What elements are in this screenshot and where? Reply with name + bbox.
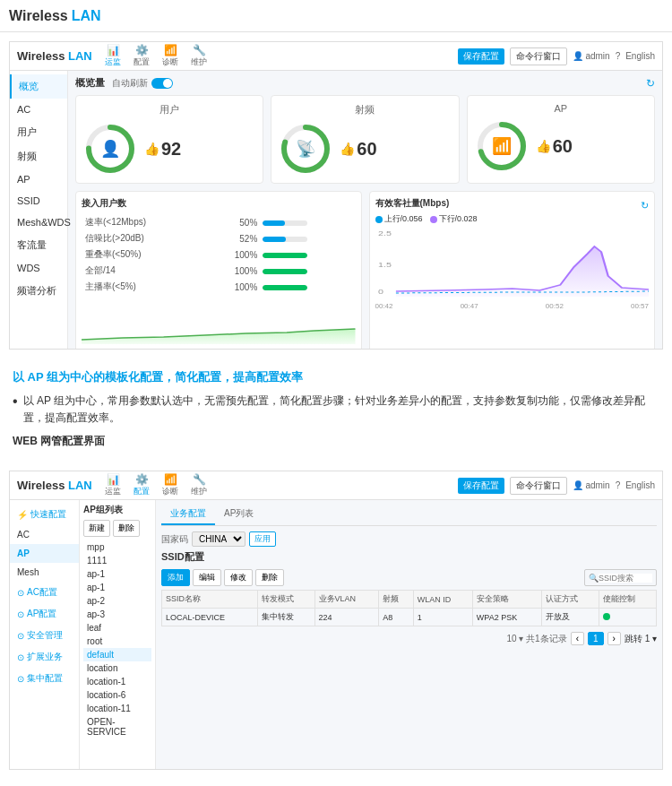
screenshot1-main: 概览 AC 用户 射频 AP SSID Mesh&WDS 客流量 WDS 频谱分… <box>10 71 662 349</box>
col-auth: 认证方式 <box>542 591 599 609</box>
pagination-total: 10 ▾ 共1条记录 <box>506 633 566 645</box>
ss2-sidebar-ap-config[interactable]: ⊙ AP配置 <box>10 603 79 625</box>
ap-item-ap2[interactable]: ap-2 <box>83 594 151 608</box>
auto-refresh-toggle[interactable] <box>151 78 173 89</box>
ap-item-open[interactable]: OPEN-SERVICE <box>83 715 151 738</box>
ss2-sidebar-security[interactable]: ⊙ 安全管理 <box>10 625 79 646</box>
ss2-cmd-btn[interactable]: 命令行窗口 <box>510 477 567 495</box>
ssid-delete-btn[interactable]: 删除 <box>255 569 284 586</box>
ap-item-location11[interactable]: location-11 <box>83 702 151 715</box>
tab-service-config[interactable]: 业务配置 <box>161 504 215 525</box>
ss2-nav-maint[interactable]: 🔧 维护 <box>191 473 207 497</box>
svg-text:1.5: 1.5 <box>378 262 392 269</box>
legend-up-label: 上行/0.056 <box>384 213 423 225</box>
ssid-modify-btn[interactable]: 修改 <box>224 569 253 586</box>
ap-item-root[interactable]: root <box>83 635 151 648</box>
ssid-row-1[interactable]: LOCAL-DEVICE 集中转发 224 A8 1 WPA2 PSK 开放及 <box>162 609 657 626</box>
col-enable: 使能控制 <box>599 591 656 609</box>
ap-item-1111[interactable]: 1111 <box>83 554 151 567</box>
bandwidth-chart: 2.5 1.5 0 <box>375 227 650 298</box>
ap-item-leaf[interactable]: leaf <box>83 621 151 635</box>
stat-radio-body: 📡 👍 60 <box>279 122 451 176</box>
stat-user-body: 👤 👍 92 <box>83 122 255 176</box>
screenshot1-right: 保存配置 命令行窗口 👤 admin ? English <box>458 48 655 65</box>
ssid-search-icon: 🔍 <box>589 574 599 583</box>
nav-item-monitor[interactable]: 📊 运监 <box>105 44 121 68</box>
sidebar-item-wds[interactable]: WDS <box>10 257 67 279</box>
ap-btn-row: 新建 删除 <box>83 520 151 537</box>
ss2-sidebar-ac[interactable]: AC <box>10 525 79 544</box>
col-wlan-id: WLAN ID <box>413 591 472 609</box>
sidebar-item-ap[interactable]: AP <box>10 168 67 190</box>
help-icon[interactable]: ? <box>616 51 621 61</box>
ss2-sidebar-central[interactable]: ⊙ 集中配置 <box>10 668 79 689</box>
screenshot-2: Wireless LAN 📊 运监 ⚙️ 配置 📶 诊断 🔧 维护 保存配置 命… <box>9 471 663 770</box>
screenshot2-nav: 📊 运监 ⚙️ 配置 📶 诊断 🔧 维护 <box>105 473 458 497</box>
page-1-btn[interactable]: 1 <box>588 632 604 645</box>
ap-thumb-icon: 👍 <box>536 139 551 153</box>
save-config-btn[interactable]: 保存配置 <box>458 48 504 65</box>
auto-refresh: 自动刷新 <box>112 77 173 90</box>
sidebar-item-spectrum[interactable]: 频谱分析 <box>10 279 67 303</box>
nav-item-diag[interactable]: 📶 诊断 <box>162 44 178 68</box>
refresh-icon[interactable]: ↻ <box>646 77 655 90</box>
sidebar-item-mesh[interactable]: Mesh&WDS <box>10 212 67 233</box>
ap-refresh-icon[interactable]: ↻ <box>641 200 649 212</box>
ssid-search-input[interactable] <box>599 574 652 583</box>
sidebar-item-ssid[interactable]: SSID <box>10 190 67 212</box>
col-radio: 射频 <box>379 591 413 609</box>
ss2-sidebar-ac-config[interactable]: ⊙ AC配置 <box>10 582 79 603</box>
ap-item-mpp[interactable]: mpp <box>83 540 151 554</box>
nav-item-maint[interactable]: 🔧 维护 <box>191 44 207 68</box>
screenshot1-sidebar: 概览 AC 用户 射频 AP SSID Mesh&WDS 客流量 WDS 频谱分… <box>10 71 68 349</box>
next-page-btn[interactable]: › <box>607 632 621 645</box>
ss2-sidebar-ap[interactable]: AP <box>10 544 79 563</box>
screenshot1-header: Wireless LAN 📊 运监 ⚙️ 配置 📶 诊断 🔧 维护 保存配置 命… <box>10 42 662 71</box>
radio-icon: 📡 <box>296 139 315 159</box>
progress-bar <box>263 253 307 258</box>
country-code-select[interactable]: CHINA <box>192 531 246 547</box>
ss2-nav-config[interactable]: ⚙️ 配置 <box>134 473 150 497</box>
ap-delete-btn[interactable]: 删除 <box>113 520 140 537</box>
prev-page-btn[interactable]: ‹ <box>571 632 584 645</box>
ap-list-panel: AP组列表 新建 删除 mpp 1111 ap-1 ap-1 ap-2 ap-3… <box>80 500 156 769</box>
logo-wireless: Wireless <box>9 8 68 24</box>
sidebar-item-user[interactable]: 用户 <box>10 120 67 144</box>
lang-label[interactable]: English <box>625 51 655 61</box>
table-row: 信噪比(>20dB) 52% <box>83 231 354 246</box>
ap-item-location1[interactable]: location-1 <box>83 675 151 688</box>
tab-ap-list[interactable]: AP列表 <box>215 504 263 525</box>
ss2-sidebar-mesh[interactable]: Mesh <box>10 563 79 582</box>
sidebar-item-radio[interactable]: 射频 <box>10 144 67 168</box>
nav-item-config[interactable]: ⚙️ 配置 <box>134 44 150 68</box>
apply-btn[interactable]: 应用 <box>249 531 276 547</box>
ap-item-ap3[interactable]: ap-3 <box>83 608 151 621</box>
cmd-window-btn[interactable]: 命令行窗口 <box>510 48 567 65</box>
sidebar-item-traffic[interactable]: 客流量 <box>10 233 67 257</box>
ss2-sidebar-quick[interactable]: ⚡ 快速配置 <box>10 504 79 525</box>
ap-item-ap1b[interactable]: ap-1 <box>83 581 151 594</box>
ss2-nav-diag[interactable]: 📶 诊断 <box>162 473 178 497</box>
ap-item-location6[interactable]: location-6 <box>83 688 151 702</box>
bullet-text-1: 以 AP 组为中心，常用参数默认选中，无需预先配置，简化配置步骤；针对业务差异小… <box>23 393 659 427</box>
ss2-sidebar-ext[interactable]: ⊙ 扩展业务 <box>10 646 79 668</box>
ss2-lang-label[interactable]: English <box>625 480 655 490</box>
screenshot2-content: AP组列表 新建 删除 mpp 1111 ap-1 ap-1 ap-2 ap-3… <box>80 500 662 769</box>
ap-item-default[interactable]: default <box>83 648 151 661</box>
ssid-add-btn[interactable]: 添加 <box>161 569 190 586</box>
ap-new-btn[interactable]: 新建 <box>83 520 110 537</box>
chart-time-labels: 00:4200:4700:5200:57 <box>82 348 356 349</box>
sidebar-item-overview[interactable]: 概览 <box>10 74 67 99</box>
ss2-save-btn[interactable]: 保存配置 <box>458 478 504 494</box>
stat-ap-body: 📶 👍 60 <box>475 119 647 173</box>
ap-item-ap1[interactable]: ap-1 <box>83 567 151 581</box>
ssid-edit-btn[interactable]: 编辑 <box>193 569 221 586</box>
ss2-user-label: 👤 admin <box>573 480 610 490</box>
table-row: 全部/14 100% <box>83 263 354 278</box>
user-count: 92 <box>161 139 181 160</box>
ss2-nav-monitor[interactable]: 📊 运监 <box>105 473 121 497</box>
ss2-help-icon[interactable]: ? <box>616 480 621 490</box>
ap-item-location[interactable]: location <box>83 661 151 675</box>
sidebar-item-ac[interactable]: AC <box>10 99 67 120</box>
circle-icon-2: ⊙ <box>17 609 24 619</box>
